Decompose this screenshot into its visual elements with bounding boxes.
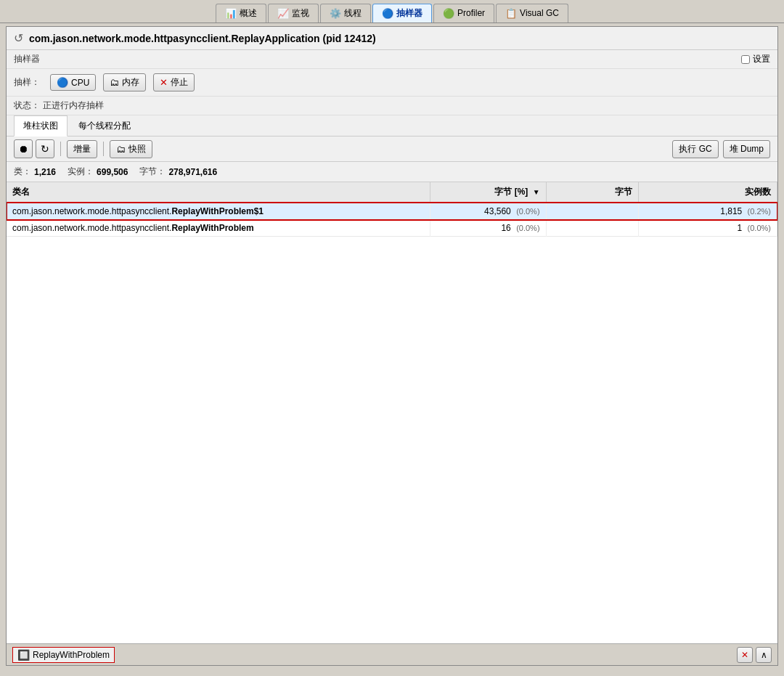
- tab-bar: 📊 概述 📈 监视 ⚙️ 线程 🔵 抽样器 🟢 Profiler 📋 Visua…: [0, 0, 784, 23]
- view-tabs: 堆柱状图 每个线程分配: [7, 115, 777, 137]
- status-label: 状态：: [14, 99, 43, 112]
- sampler-section-label: 抽样器: [14, 53, 40, 65]
- toolbar-divider: [60, 142, 61, 156]
- stat-class-value: 1,216: [34, 167, 56, 177]
- col-header-instances[interactable]: 实例数: [638, 182, 777, 203]
- stats-row: 类： 1,216 实例： 699,506 字节： 278,971,616: [7, 162, 777, 182]
- tab-overview-label: 概述: [240, 7, 257, 20]
- memory-button[interactable]: 🗂 内存: [103, 73, 146, 91]
- stop-icon: ✕: [160, 77, 168, 88]
- toolbar-row: ⏺ ↻ 增量 🗂 快照 执行 GC 堆 Dump: [7, 137, 777, 162]
- table-row[interactable]: com.jason.network.mode.httpasyncclient.R…: [7, 220, 777, 237]
- tab-heap-histogram-label: 堆柱状图: [23, 121, 58, 131]
- name-bold: ReplayWithProblem: [171, 223, 253, 233]
- tab-sampler-label: 抽样器: [396, 7, 422, 20]
- bytes-value: 16: [501, 223, 510, 233]
- stop-btn-label: 停止: [171, 76, 188, 89]
- name-bold: ReplayWithProblem$1: [171, 206, 264, 216]
- tab-profiler[interactable]: 🟢 Profiler: [433, 4, 494, 23]
- instances-pct-value: (0.0%): [748, 224, 771, 232]
- monitor-icon: 📈: [277, 8, 289, 19]
- col-header-name[interactable]: 类名: [7, 182, 430, 203]
- sample-controls: 抽样： 🔵 CPU 🗂 内存 ✕ 停止: [7, 69, 777, 97]
- cell-bytes-pct: 16 (0.0%): [430, 220, 546, 237]
- tab-per-thread[interactable]: 每个线程分配: [69, 115, 140, 136]
- cell-instances: 1 (0.0%): [638, 220, 777, 237]
- snapshot-icon: 🗂: [116, 144, 126, 155]
- sample-controls-label: 抽样：: [14, 76, 43, 89]
- col-name-label: 类名: [12, 187, 30, 197]
- col-header-bytes-pct[interactable]: 字节 [%] ▼: [430, 182, 546, 203]
- tab-per-thread-label: 每个线程分配: [78, 121, 131, 131]
- sampler-icon: 🔵: [382, 8, 393, 19]
- table-row[interactable]: com.jason.network.mode.httpasyncclient.R…: [7, 203, 777, 220]
- title-bar: ↺ com.jason.network.mode.httpasyncclient…: [7, 27, 777, 50]
- tab-heap-histogram[interactable]: 堆柱状图: [14, 115, 68, 137]
- bytes-pct-value: (0.0%): [516, 207, 539, 216]
- name-prefix: com.jason.network.mode.httpasyncclient.: [12, 206, 171, 216]
- reload-icon-btn[interactable]: ↻: [36, 139, 54, 158]
- tab-threads[interactable]: ⚙️ 线程: [320, 4, 371, 23]
- tab-sampler[interactable]: 🔵 抽样器: [372, 4, 432, 23]
- tab-monitor-label: 监视: [292, 7, 309, 20]
- stat-class: 类： 1,216: [14, 166, 56, 178]
- toolbar-divider2: [103, 142, 104, 156]
- sort-arrow-icon: ▼: [533, 188, 540, 196]
- stat-bytes-value: 278,971,616: [168, 167, 217, 177]
- delta-button[interactable]: 增量: [67, 140, 97, 158]
- threads-icon: ⚙️: [330, 8, 341, 19]
- run-gc-btn-label: 执行 GC: [679, 143, 711, 155]
- overview-icon: 📊: [225, 8, 237, 19]
- bytes-value: 43,560: [484, 206, 511, 216]
- refresh-icon[interactable]: ↺: [14, 31, 23, 45]
- heap-dump-button[interactable]: 堆 Dump: [723, 140, 770, 158]
- settings-checkbox[interactable]: [741, 55, 750, 64]
- cell-instances: 1,815 (0.2%): [638, 203, 777, 220]
- stat-bytes-label: 字节：: [139, 166, 166, 178]
- col-bytes-label: 字节: [615, 187, 632, 197]
- bottom-bar: 🔲 ReplayWithProblem ✕ ∧: [7, 643, 777, 665]
- stop-button[interactable]: ✕ 停止: [153, 73, 195, 91]
- instances-value: 1,815: [720, 206, 742, 216]
- name-prefix: com.jason.network.mode.httpasyncclient.: [12, 223, 171, 233]
- col-header-bytes[interactable]: 字节: [546, 182, 638, 203]
- status-text: 正进行内存抽样: [43, 99, 104, 112]
- col-instances-label: 实例数: [745, 187, 771, 197]
- tab-profiler-label: Profiler: [457, 8, 485, 18]
- tab-overview[interactable]: 📊 概述: [216, 4, 266, 23]
- toolbar-right: 执行 GC 堆 Dump: [672, 140, 770, 158]
- cell-bytes-pct: 43,560 (0.0%): [430, 203, 546, 220]
- profiler-icon: 🟢: [443, 8, 454, 19]
- toolbar-left: ⏺ ↻ 增量 🗂 快照: [14, 139, 152, 158]
- tab-visual-gc-label: Visual GC: [520, 8, 559, 18]
- stat-bytes: 字节： 278,971,616: [139, 166, 217, 178]
- cpu-icon: 🔵: [57, 77, 68, 88]
- expand-bottom-btn[interactable]: ∧: [756, 647, 772, 663]
- close-bottom-btn[interactable]: ✕: [737, 647, 753, 663]
- snapshot-button[interactable]: 🗂 快照: [110, 140, 152, 158]
- table-container: 类名 字节 [%] ▼ 字节 实例数 com.jason.network.mod…: [7, 182, 777, 643]
- settings-label: 设置: [753, 53, 770, 65]
- expand-icon: ∧: [761, 650, 767, 660]
- app-title: com.jason.network.mode.httpasyncclient.R…: [29, 33, 376, 44]
- play-icon-btn[interactable]: ⏺: [14, 139, 33, 158]
- run-gc-button[interactable]: 执行 GC: [672, 140, 718, 158]
- cell-class-name: com.jason.network.mode.httpasyncclient.R…: [7, 203, 430, 220]
- tab-visual-gc[interactable]: 📋 Visual GC: [496, 4, 568, 23]
- bottom-class-icon: 🔲: [17, 649, 30, 661]
- tab-monitor[interactable]: 📈 监视: [268, 4, 319, 23]
- status-row: 状态： 正进行内存抽样: [7, 97, 777, 115]
- stat-class-label: 类：: [14, 166, 31, 178]
- instances-pct-value: (0.2%): [748, 207, 771, 216]
- cpu-btn-label: CPU: [71, 78, 89, 88]
- delta-btn-label: 增量: [73, 143, 91, 155]
- bottom-actions: ✕ ∧: [737, 647, 772, 663]
- heap-dump-btn-label: 堆 Dump: [730, 143, 764, 155]
- cpu-button[interactable]: 🔵 CPU: [50, 74, 96, 91]
- main-window: ↺ com.jason.network.mode.httpasyncclient…: [6, 26, 778, 666]
- cell-bytes-raw: [546, 220, 638, 237]
- app-pid-value: (pid 12412): [323, 33, 376, 44]
- table-header-row: 类名 字节 [%] ▼ 字节 实例数: [7, 182, 777, 203]
- stat-instance: 实例： 699,506: [68, 166, 128, 178]
- app-class-name: com.jason.network.mode.httpasyncclient.R…: [29, 33, 320, 44]
